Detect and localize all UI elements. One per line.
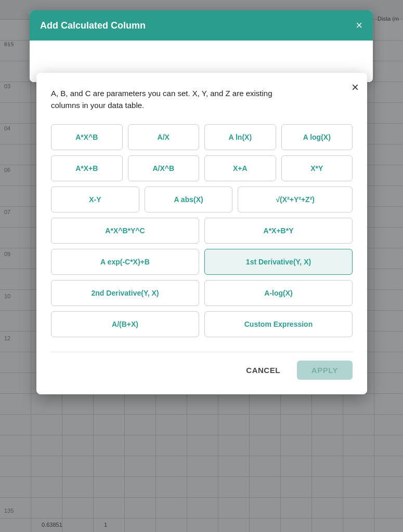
modal-description: A, B, and C are parameters you can set. … [51,87,301,112]
formula-btn-1st-deriv[interactable]: 1st Derivative(Y, X) [204,249,353,275]
formula-btn-abplusx[interactable]: A/(B+X) [51,311,199,337]
formula-row-3: X-Y A abs(X) √(X²+Y²+Z²) [51,187,353,212]
formula-btn-axb[interactable]: A*X^B [51,124,123,150]
modal-behind-header: Add Calculated Column × [30,10,373,41]
formula-btn-aexpcx[interactable]: A exp(-C*X)+B [51,249,199,275]
formula-row-4: A*X^B*Y^C A*X+B*Y [51,218,353,244]
formula-btn-axbyc[interactable]: A*X^B*Y^C [51,218,199,244]
formula-btn-xplusa[interactable]: X+A [204,155,276,181]
formula-btn-custom-expr[interactable]: Custom Expression [204,311,353,337]
close-button[interactable]: × [352,81,359,94]
formula-btn-xty[interactable]: X*Y [281,155,353,181]
apply-button[interactable]: APPLY [297,361,353,380]
modal-behind-title: Add Calculated Column [40,20,146,31]
formula-btn-aabsx[interactable]: A abs(X) [145,187,233,212]
cancel-button[interactable]: CANCEL [238,361,289,380]
modal-behind: Add Calculated Column × [30,10,373,82]
formula-row-6: 2nd Derivative(Y, X) A-log(X) [51,280,353,306]
formula-btn-2nd-deriv[interactable]: 2nd Derivative(Y, X) [51,280,199,306]
main-modal: × A, B, and C are parameters you can set… [36,73,367,394]
formula-btn-axplusby[interactable]: A*X+B*Y [204,218,353,244]
formula-btn-alnx[interactable]: A ln(X) [204,124,276,150]
formula-btn-alogx2[interactable]: A-log(X) [204,280,353,306]
formula-row-7: A/(B+X) Custom Expression [51,311,353,337]
formula-btn-sqrt[interactable]: √(X²+Y²+Z²) [238,187,353,212]
formula-row-1: A*X^B A/X A ln(X) A log(X) [51,124,353,150]
formula-grid: A*X^B A/X A ln(X) A log(X) A*X+B A/X^B X… [51,124,353,337]
formula-row-5: A exp(-C*X)+B 1st Derivative(Y, X) [51,249,353,275]
formula-btn-alogx[interactable]: A log(X) [281,124,353,150]
formula-btn-axbpow[interactable]: A/X^B [128,155,200,181]
modal-footer: CANCEL APPLY [51,352,353,380]
formula-row-2: A*X+B A/X^B X+A X*Y [51,155,353,181]
formula-btn-xminusy[interactable]: X-Y [51,187,139,212]
formula-btn-ax[interactable]: A/X [128,124,200,150]
modal-behind-close-btn[interactable]: × [356,19,362,32]
formula-btn-axplusb[interactable]: A*X+B [51,155,123,181]
